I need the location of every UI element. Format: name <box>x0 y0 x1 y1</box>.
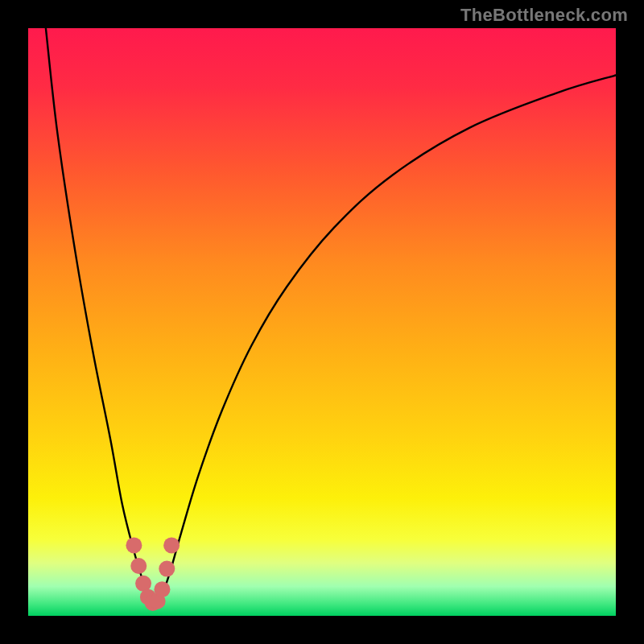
optimal-marker <box>126 537 142 553</box>
optimal-marker <box>163 537 180 553</box>
optimal-marker <box>154 581 170 597</box>
optimal-marker <box>159 561 175 577</box>
optimal-marker <box>130 558 147 574</box>
optimal-zone-markers <box>126 537 180 611</box>
watermark-text: TheBottleneck.com <box>460 5 628 26</box>
plot-area <box>28 28 616 616</box>
outer-frame: TheBottleneck.com <box>0 0 644 644</box>
bottleneck-curve <box>28 28 616 616</box>
